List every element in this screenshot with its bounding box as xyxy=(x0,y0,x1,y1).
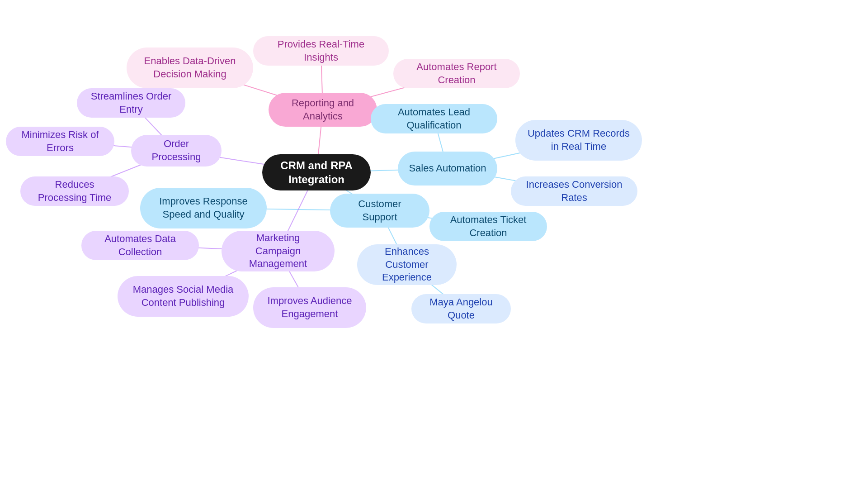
center-node: CRM and RPA Integration xyxy=(262,154,371,190)
sales-automation-label: Sales Automation xyxy=(409,162,486,175)
automates-ticket-label: Automates Ticket Creation xyxy=(440,214,536,239)
automates-data-node: Automates Data Collection xyxy=(81,231,199,260)
streamlines-order-node: Streamlines Order Entry xyxy=(77,88,185,118)
manages-social-node: Manages Social Media Content Publishing xyxy=(118,276,249,317)
order-processing-node: Order Processing xyxy=(131,135,222,167)
improves-audience-label: Improves Audience Engagement xyxy=(264,295,355,320)
marketing-campaign-node: Marketing Campaign Management xyxy=(222,231,335,271)
improves-response-node: Improves Response Speed and Quality xyxy=(140,188,267,228)
streamlines-order-label: Streamlines Order Entry xyxy=(88,90,175,116)
reduces-processing-node: Reduces Processing Time xyxy=(20,176,129,206)
customer-support-node: Customer Support xyxy=(330,194,429,228)
automates-lead-node: Automates Lead Qualification xyxy=(371,104,497,133)
updates-crm-node: Updates CRM Records in Real Time xyxy=(515,120,642,161)
order-processing-label: Order Processing xyxy=(142,138,211,163)
updates-crm-label: Updates CRM Records in Real Time xyxy=(526,127,631,153)
automates-data-label: Automates Data Collection xyxy=(92,233,188,258)
customer-support-label: Customer Support xyxy=(341,198,419,224)
sales-automation-node: Sales Automation xyxy=(398,152,497,186)
improves-audience-node: Improves Audience Engagement xyxy=(253,287,366,328)
maya-quote-node: Maya Angelou Quote xyxy=(411,294,511,323)
automates-lead-label: Automates Lead Qualification xyxy=(382,106,486,132)
marketing-campaign-label: Marketing Campaign Management xyxy=(232,232,324,271)
enables-decision-node: Enables Data-Driven Decision Making xyxy=(127,48,253,88)
minimizes-risk-label: Minimizes Risk of Errors xyxy=(17,128,104,154)
maya-quote-label: Maya Angelou Quote xyxy=(422,296,500,322)
increases-conversion-label: Increases Conversion Rates xyxy=(522,178,627,204)
reporting-label: Reporting and Analytics xyxy=(279,97,366,123)
increases-conversion-node: Increases Conversion Rates xyxy=(511,176,637,206)
center-label: CRM and RPA Integration xyxy=(273,158,360,186)
improves-response-label: Improves Response Speed and Quality xyxy=(151,195,256,221)
enhances-customer-label: Enhances Customer Experience xyxy=(368,245,446,284)
manages-social-label: Manages Social Media Content Publishing xyxy=(128,283,238,309)
enhances-customer-node: Enhances Customer Experience xyxy=(357,244,457,285)
provides-insights-node: Provides Real-Time Insights xyxy=(253,36,389,66)
reduces-processing-label: Reduces Processing Time xyxy=(31,178,118,204)
enables-decision-label: Enables Data-Driven Decision Making xyxy=(137,55,242,81)
provides-insights-label: Provides Real-Time Insights xyxy=(264,38,378,64)
minimizes-risk-node: Minimizes Risk of Errors xyxy=(6,127,114,156)
automates-report-node: Automates Report Creation xyxy=(393,59,520,88)
automates-ticket-node: Automates Ticket Creation xyxy=(429,212,547,241)
reporting-node: Reporting and Analytics xyxy=(269,93,377,127)
automates-report-label: Automates Report Creation xyxy=(404,61,509,86)
